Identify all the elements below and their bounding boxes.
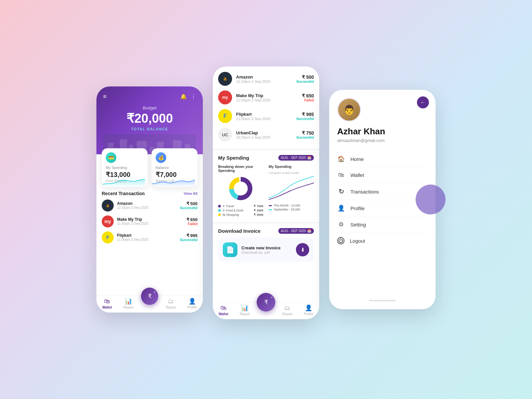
menu-item-setting[interactable]: ⚙ Setting [337, 216, 428, 233]
footer-report1[interactable]: 📊 Report [118, 298, 139, 309]
invoice-section: Download Invoice AUG - SEP 2020 📅 📄 Crea… [213, 223, 319, 266]
tx-date: 11:55pm 2-Sep-2020 [117, 222, 183, 225]
urbanclap-logo: UC [218, 128, 232, 142]
tx-date: 12:33pm 2-Sep-2020 [236, 79, 292, 83]
topbar-right: 🔔 ⋮ [180, 93, 196, 100]
tx-info: Make My Trip 11:55pm 2-Sep-2020 [236, 93, 298, 102]
compare-title: My Spending [269, 165, 314, 169]
footer-report4[interactable]: 🗂 Report [277, 305, 298, 316]
donut-chart-box: Breaking down your Spending [218, 165, 263, 217]
calendar-icon: 📅 [307, 156, 311, 160]
invoice-sub: Download as .pdf [241, 250, 292, 254]
table-row: a Amazon 12:33pm 2-Sep-2020 ₹ 500 Succes… [218, 72, 314, 86]
footer-report3[interactable]: 📊 Report [234, 304, 255, 316]
budget-section: Budget ₹20,000 TOTAL BALANCE [103, 105, 196, 134]
menu-profile-icon: 👤 [337, 204, 345, 212]
view-all-link[interactable]: View All [184, 192, 198, 196]
total-balance-label: TOTAL BALANCE [103, 127, 196, 131]
food-dot [218, 209, 221, 212]
footer-wallet2[interactable]: 🛍 Wallet [213, 305, 234, 316]
menu-wallet-icon: 🛍 [337, 172, 345, 179]
menu-item-home[interactable]: 🏠 Home [337, 151, 428, 167]
download-button[interactable]: ⬇ [296, 243, 309, 256]
tx-date: 11:00pm 2-Sep-2020 [117, 238, 177, 241]
menu-label-setting: Setting [350, 222, 366, 227]
menu-item-logout[interactable]: ⏻ Logout [337, 233, 428, 249]
spending-date-badge[interactable]: AUG - SEP 2020 📅 [278, 155, 314, 161]
profile2-icon: 👤 [305, 304, 312, 312]
recent-tx-title: Recent Transaction [102, 191, 145, 196]
logout-icon: ⏻ [337, 237, 344, 244]
tx-info-flipkart: Flipkart 11:00pm 2-Sep-2020 [117, 233, 177, 241]
tx-date: 11:00pm 2-Sep-2020 [236, 117, 292, 121]
fab2-plus-icon: + [271, 296, 273, 299]
spending-card-label: My Spending [106, 166, 144, 170]
tx-status: Successful [296, 117, 314, 121]
report3-icon: 📊 [241, 304, 248, 312]
more-icon[interactable]: ⋮ [191, 93, 196, 100]
back-button[interactable]: ← [417, 96, 429, 108]
tx-name: UrbanClap [236, 130, 292, 135]
line-chart-box: My Spending Compare to last month [269, 165, 314, 217]
budget-label: Budget [103, 105, 196, 110]
travel-dot [218, 205, 221, 207]
spending-section: My Spending AUG - SEP 2020 📅 Breaking do… [213, 150, 319, 222]
footer-report2[interactable]: 🗂 Report [160, 298, 182, 309]
scroll-indicator [369, 300, 396, 301]
mmt-logo2: my [218, 90, 232, 104]
menu-item-wallet[interactable]: 🛍 Wallet [337, 167, 428, 183]
footer-wallet[interactable]: 🛍 Wallet [96, 298, 118, 309]
fab-button[interactable]: ₹ + [141, 288, 158, 305]
my-spending-card[interactable]: 💳 My Spending ₹13,000 From Balance [102, 148, 148, 187]
menu-item-transactions[interactable]: ↻ Transactions [337, 183, 428, 200]
invoice-name: Create new Invoice [241, 245, 292, 250]
tx-status: Successful [296, 136, 314, 139]
spending-charts: Breaking down your Spending [218, 165, 314, 217]
menu-label-home: Home [350, 156, 364, 162]
budget-amount: ₹20,000 [103, 112, 196, 126]
tx-amount: ₹ 650 [302, 93, 314, 98]
invoice-header: Download Invoice AUG - SEP 2020 📅 [218, 228, 314, 234]
profile-icon: 👤 [189, 298, 196, 305]
mmt-logo: my [102, 215, 114, 227]
tx-date: 10:25pm 2-Sep-2020 [236, 135, 292, 139]
invoice-card[interactable]: 📄 Create new Invoice Download as .pdf ⬇ [218, 238, 314, 262]
balance-card[interactable]: 💰 Balance ₹7,000 Balance Left [152, 148, 198, 187]
report2-icon: 🗂 [168, 298, 174, 305]
phone1-topbar: ≡ 🔔 ⋮ [103, 93, 196, 100]
menu-label-profile: Profile [350, 205, 365, 211]
tx-name: Flipkart [117, 233, 177, 238]
tx-name: Make My Trip [236, 93, 298, 98]
fab-button2[interactable]: ₹ + [257, 293, 275, 312]
food-label: ✕ Food & Drink [222, 209, 243, 212]
amazon-logo: a [102, 200, 114, 211]
wallet2-label: Wallet [218, 312, 228, 316]
invoice-date-badge[interactable]: AUG - SEP 2020 📅 [278, 228, 314, 234]
footer-profile2[interactable]: 👤 Profile [298, 304, 319, 316]
report-icon: 📊 [125, 298, 132, 305]
phone1-body: Recent Transaction View All a Amazon 12:… [96, 187, 203, 295]
report3-label: Report [240, 312, 250, 316]
september-legend: September - 26,000 [269, 208, 314, 211]
shopping-dot [218, 213, 221, 216]
bell-icon[interactable]: 🔔 [180, 93, 187, 100]
avatar: 👨 [337, 98, 361, 122]
decorative-circle [416, 185, 446, 214]
this-month-dot [269, 205, 272, 206]
menu-item-profile[interactable]: 👤 Profile [337, 200, 428, 216]
hamburger-icon[interactable]: ≡ [103, 93, 107, 100]
food-value: ₹ 2500 [254, 209, 263, 212]
footer-profile[interactable]: 👤 Profile [182, 298, 203, 309]
september-dot [269, 209, 272, 210]
profile-email: almaazkhan@gmail.com [337, 138, 428, 143]
tx-info: UrbanClap 10:25pm 2-Sep-2020 [236, 130, 292, 139]
legend-food: ✕ Food & Drink ₹ 2500 [218, 209, 263, 212]
tx-status: Successful [180, 206, 198, 210]
tx-name: Amazon [236, 74, 292, 79]
spending-chart [102, 175, 145, 187]
report-label: Report [123, 306, 133, 309]
travel-value: ₹ 7500 [254, 204, 263, 208]
wallet2-icon: 🛍 [220, 305, 226, 312]
line-chart [269, 175, 314, 201]
wallet-label: Wallet [102, 306, 112, 309]
